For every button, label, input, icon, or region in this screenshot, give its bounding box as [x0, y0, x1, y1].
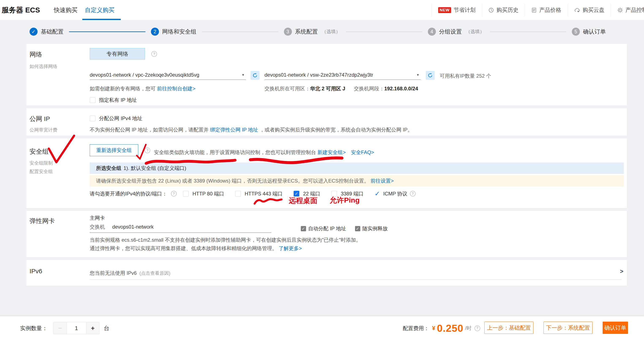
network-help-link[interactable]: 如何选择网络 — [30, 63, 58, 70]
bandwidth-billing-link[interactable]: 公网带宽计费 — [30, 127, 58, 133]
release-with-instance-checkbox[interactable]: ✓ — [355, 226, 360, 231]
learn-more-link[interactable]: 了解更多> — [278, 246, 302, 251]
release-with-instance-option[interactable]: ✓ 随实例释放 — [355, 225, 388, 232]
eni-note-line2-text: 通过弹性网卡，您可以实现高可用集群搭建、低成本故障转移和精细化的网络管理。 — [90, 246, 277, 251]
vpc-type-button[interactable]: 专有网络 — [90, 48, 145, 60]
step-basic-config-label: 基础配置 — [41, 28, 64, 36]
assign-public-ip-option[interactable]: ✓ 分配公网 IPv4 地址 — [90, 115, 142, 122]
step-connector — [346, 32, 422, 32]
vswitch-select-value: devops01-network / vsw-2ze23rb747rzdp2wj… — [264, 71, 421, 79]
tab-custom-buy[interactable]: 自定义购买 — [85, 0, 114, 20]
header-nav: NEW 节省计划 购买历史 产品价格 购买云盘 — [432, 0, 644, 20]
active-tab-underline — [82, 19, 121, 20]
selected-security-group-label: 所选安全组 — [96, 165, 121, 171]
step-network-security[interactable]: 2 网络和安全组 — [151, 28, 196, 36]
private-ip-checkbox[interactable]: ✓ — [90, 97, 96, 103]
quantity-value[interactable]: 1 — [67, 322, 86, 334]
nav-product-console-label: 产品控制台 — [626, 6, 644, 14]
nav-savings-plan[interactable]: NEW 节省计划 — [432, 4, 482, 16]
nav-savings-plan-label: 节省计划 — [454, 6, 476, 14]
security-group-desc-text: 安全组类似防火墙功能，用于设置网络访问控制，您也可以到管理控制台 — [154, 150, 316, 155]
step-confirm-order[interactable]: 5 确认订单 — [572, 28, 606, 36]
ipv6-reason-link[interactable]: (点击查看原因) — [139, 270, 170, 276]
ports-help-icon[interactable]: ? — [171, 191, 177, 196]
port-3389-checkbox[interactable]: ✓ — [331, 191, 337, 196]
private-ip-option[interactable]: ✓ 指定私有 IP 地址 — [90, 97, 137, 104]
vswitch-refresh-button[interactable] — [426, 71, 434, 80]
refresh-icon — [428, 72, 433, 78]
ipv6-text: 您当前无法使用 IPv6 — [90, 270, 137, 276]
port-22-checkbox[interactable]: ✓ — [294, 191, 299, 196]
step-basic-config[interactable]: ✓ 基础配置 — [30, 28, 64, 36]
private-ip-label: 指定私有 IP 地址 — [99, 97, 137, 104]
divider — [90, 280, 622, 280]
price-help-icon[interactable]: ? — [474, 326, 480, 331]
vpc-select[interactable]: devops01-network / vpc-2zekoqe3v0eusqikt… — [90, 71, 246, 80]
port-3389-label: 3389 端口 — [341, 190, 364, 197]
eni-switch-select[interactable]: 交换机 devops01-network — [90, 224, 271, 233]
icmp-help-icon[interactable]: ? — [410, 191, 416, 196]
goto-settings-link[interactable]: 前往设置> — [370, 178, 394, 184]
security-group-help-icon[interactable]: ? — [144, 148, 150, 153]
port-http-80[interactable]: ✓ HTTP 80 端口 — [183, 190, 224, 197]
step-indicator: ✓ 基础配置 2 网络和安全组 3 系统配置 （选填） 4 分组设置 （选填） … — [30, 25, 606, 38]
main-content: 网络 如何选择网络 专有网络 ? devops01-network / vpc-… — [26, 44, 627, 288]
network-section-label: 网络 — [30, 50, 42, 59]
step-network-security-label: 网络和安全组 — [162, 28, 196, 36]
vpc-create-hint: 如需创建新的专有网络，您可 前往控制台创建> — [90, 85, 196, 92]
prev-step-button[interactable]: 上一步：基础配置 — [484, 322, 534, 334]
network-help-icon[interactable]: ? — [151, 51, 157, 57]
step-number: 5 — [572, 28, 580, 36]
ipv6-expand-chevron-icon[interactable]: > — [620, 268, 623, 275]
nav-buy-disk-label: 购买云盘 — [582, 6, 604, 14]
nav-buy-disk[interactable]: 购买云盘 — [568, 4, 611, 16]
price-summary: 配置费用： ¥ 0.250 /时 ? — [403, 316, 480, 340]
ipv6-unavailable-text: 您当前无法使用 IPv6 (点击查看原因) — [90, 270, 170, 276]
configure-security-group-link[interactable]: 配置安全组 — [30, 168, 53, 175]
ecs-purchase-page: 服务器 ECS 快速购买 自定义购买 NEW 节省计划 购买历史 产品价格 — [0, 0, 644, 340]
nav-purchase-history[interactable]: 购买历史 — [482, 4, 525, 16]
eni-section-label: 弹性网卡 — [30, 217, 55, 226]
auto-assign-ip-option[interactable]: ✓ 自动分配 IP 地址 — [301, 225, 346, 232]
port-3389[interactable]: ✓ 3389 端口 — [331, 190, 364, 197]
price-unit: /时 — [465, 325, 472, 332]
vswitch-select[interactable]: devops01-network / vsw-2ze23rb747rzdp2wj… — [264, 71, 421, 80]
quantity-unit-label: 台 — [104, 324, 109, 332]
zone-label: 交换机所在可用区： — [264, 86, 310, 92]
security-group-limit-link[interactable]: 安全组限制 — [30, 160, 53, 166]
new-security-group-link[interactable]: 新建安全组> — [318, 150, 346, 155]
port-https-443[interactable]: ✓ HTTPS 443 端口 — [235, 190, 283, 197]
http-80-checkbox[interactable]: ✓ — [183, 191, 189, 196]
auto-assign-ip-checkbox[interactable]: ✓ — [301, 226, 306, 231]
bind-eip-link[interactable]: 绑定弹性公网 IP 地址 — [210, 127, 258, 132]
port-icmp[interactable]: ✓ ICMP 协议 ? — [374, 190, 422, 197]
next-step-button[interactable]: 下一步：系统配置 — [544, 322, 592, 334]
eni-note-line2: 通过弹性网卡，您可以实现高可用集群搭建、低成本故障转移和精细化的网络管理。 了解… — [90, 245, 302, 252]
https-443-checkbox[interactable]: ✓ — [235, 191, 241, 196]
vpc-refresh-button[interactable] — [250, 71, 260, 80]
security-group-section-label: 安全组 — [30, 147, 48, 156]
confirm-order-button[interactable]: 确认订单 — [603, 322, 628, 334]
ipv6-section-label: IPv6 — [30, 268, 42, 275]
reselect-security-group-button[interactable]: 重新选择安全组 — [90, 144, 138, 156]
public-ip-section: 公网 IP 公网带宽计费 ✓ 分配公网 IPv4 地址 不为实例分配公网 IP … — [26, 108, 627, 136]
nav-product-price[interactable]: 产品价格 — [525, 4, 568, 16]
price-label: 配置费用： — [403, 325, 429, 332]
security-group-warning-text: 请确保所选安全组开放包含 22 (Linux) 或者 3389 (Windows… — [96, 178, 369, 184]
quantity-increase-button[interactable]: + — [86, 322, 99, 334]
step-connector — [202, 32, 278, 32]
nav-product-console[interactable]: 产品控制台 — [611, 4, 644, 16]
tab-quick-buy[interactable]: 快速购买 — [54, 0, 78, 20]
quantity-decrease-button[interactable]: − — [54, 322, 67, 334]
port-22[interactable]: ✓ 22 端口 — [294, 190, 320, 197]
goto-console-create-link[interactable]: 前往控制台创建> — [157, 86, 196, 92]
http-80-label: HTTP 80 端口 — [192, 190, 224, 197]
public-ip-desc-prefix: 不为实例分配公网 IP 地址，如需访问公网，请配置并 — [90, 127, 209, 132]
assign-public-ip-checkbox[interactable]: ✓ — [90, 116, 96, 121]
step-grouping[interactable]: 4 分组设置 （选填） — [428, 28, 484, 36]
selected-security-group-bar: 所选安全组1). 默认安全组 (自定义端口) — [90, 162, 624, 174]
security-faq-link[interactable]: 安全FAQ> — [351, 150, 374, 155]
step-system-config[interactable]: 3 系统配置 （选填） — [284, 28, 340, 36]
network-section: 网络 如何选择网络 专有网络 ? devops01-network / vpc-… — [26, 44, 627, 106]
price-value: 0.250 — [437, 322, 463, 334]
